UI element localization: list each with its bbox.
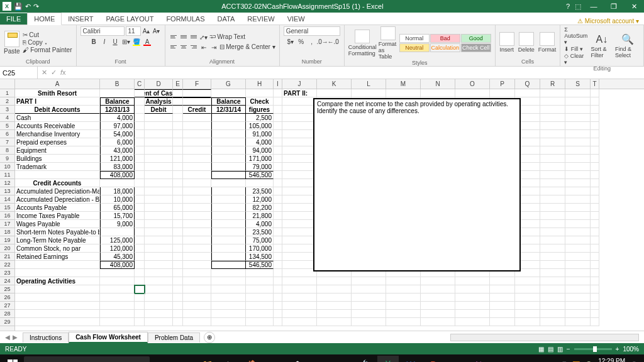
cell[interactable] [183, 293, 211, 302]
cell[interactable]: Credit [183, 106, 211, 114]
cell[interactable] [145, 228, 173, 236]
cell[interactable] [100, 228, 135, 236]
cell[interactable] [540, 318, 565, 326]
align-right-icon[interactable] [189, 43, 198, 51]
cell[interactable] [352, 89, 386, 97]
cell[interactable]: Buildings [15, 155, 100, 163]
col-header-H[interactable]: H [246, 79, 274, 89]
cell[interactable] [246, 285, 274, 293]
cell[interactable] [455, 277, 490, 285]
cell[interactable]: Credit Accounts [15, 179, 100, 187]
zoom-out-button[interactable]: − [567, 346, 570, 353]
cancel-formula-icon[interactable]: ✕ [42, 69, 47, 77]
cell[interactable] [274, 236, 282, 244]
style-check-cell[interactable]: Check Cell [461, 43, 491, 52]
cell[interactable] [282, 269, 317, 277]
cell[interactable] [183, 187, 211, 195]
cell[interactable] [145, 114, 173, 122]
cell[interactable]: 4,000 [246, 220, 274, 228]
number-format-select[interactable]: General [284, 26, 340, 36]
cell[interactable] [540, 244, 565, 253]
cell[interactable] [565, 195, 591, 204]
cell[interactable]: 18,000 [100, 187, 135, 195]
cell[interactable]: Statement of Cash Flows [145, 89, 173, 97]
format-painter-button[interactable]: 🖌 Format Painter [23, 47, 72, 53]
cell[interactable] [135, 244, 145, 253]
cell[interactable] [183, 130, 211, 138]
file-explorer-icon[interactable]: 📁 [196, 356, 218, 362]
col-header-A[interactable]: A [15, 79, 100, 89]
cell[interactable] [591, 302, 599, 310]
qat-save-icon[interactable]: 💾 [14, 3, 23, 11]
cell[interactable] [490, 89, 515, 97]
cell[interactable] [490, 285, 515, 293]
cell[interactable]: Smith Resort [15, 89, 100, 97]
cell[interactable] [274, 261, 282, 269]
cell[interactable]: Accounts Receivable [15, 122, 100, 130]
cell[interactable] [173, 195, 183, 204]
view-page-break-icon[interactable]: ▥ [557, 346, 563, 353]
cell[interactable] [274, 277, 282, 285]
cell[interactable] [565, 236, 591, 244]
col-header-Q[interactable]: Q [515, 79, 540, 89]
cell[interactable] [145, 138, 173, 146]
cell[interactable]: Operating Activities [15, 277, 100, 285]
cell[interactable] [211, 253, 246, 261]
cell[interactable] [565, 244, 591, 253]
cell[interactable] [282, 277, 317, 285]
increase-decimal-icon[interactable]: .0→ [318, 37, 327, 46]
merge-center-button[interactable]: ⊟ Merge & Center ▾ [219, 43, 275, 52]
cell[interactable] [211, 212, 246, 220]
cell[interactable] [515, 310, 540, 318]
cell[interactable] [282, 236, 317, 244]
cell[interactable] [135, 204, 145, 212]
sheet-nav-next-icon[interactable]: ▶ [13, 334, 18, 341]
tab-review[interactable]: REVIEW [241, 13, 280, 25]
cell[interactable] [421, 277, 455, 285]
style-normal[interactable]: Normal [399, 34, 430, 43]
cell[interactable] [183, 277, 211, 285]
cell[interactable] [591, 293, 599, 302]
cell[interactable] [282, 122, 317, 130]
select-all-corner[interactable] [0, 79, 15, 89]
decrease-indent-icon[interactable]: ⇤ [199, 43, 208, 52]
cell[interactable] [100, 293, 135, 302]
cell[interactable] [282, 187, 317, 195]
cell[interactable] [565, 106, 591, 114]
cell[interactable]: 12/31/14 [211, 106, 246, 114]
cell[interactable]: Accounts Payable [15, 204, 100, 212]
row-header-13[interactable]: 13 [0, 187, 14, 195]
cell[interactable]: 65,000 [100, 204, 135, 212]
cell[interactable] [565, 130, 591, 138]
cell[interactable] [591, 187, 599, 195]
cell[interactable]: Balance [211, 97, 246, 106]
cell[interactable] [591, 171, 599, 179]
row-header-11[interactable]: 11 [0, 171, 14, 179]
col-header-L[interactable]: L [352, 79, 386, 89]
cell[interactable]: Long-Term Note Payable [15, 236, 100, 244]
leaf-icon[interactable]: 🍃 [355, 356, 376, 362]
cell[interactable] [183, 195, 211, 204]
cell[interactable] [135, 171, 145, 179]
cell[interactable] [317, 310, 352, 318]
cell[interactable] [591, 146, 599, 155]
col-header-O[interactable]: O [455, 79, 490, 89]
cell[interactable] [386, 302, 421, 310]
taskbar-search[interactable]: ⌕Type here to search [24, 356, 150, 362]
cell[interactable] [145, 163, 173, 171]
cell[interactable] [145, 253, 173, 261]
cell[interactable]: Prepaid expenses [15, 138, 100, 146]
cell[interactable] [274, 106, 282, 114]
col-header-M[interactable]: M [386, 79, 421, 89]
cell[interactable] [540, 277, 565, 285]
cell[interactable] [145, 204, 173, 212]
home-icon[interactable]: 🏠 [242, 356, 263, 362]
col-header-F[interactable]: F [183, 79, 211, 89]
cell[interactable] [246, 277, 274, 285]
cell[interactable]: 171,000 [246, 155, 274, 163]
italic-button[interactable]: I [100, 37, 109, 46]
onenote-icon[interactable]: N [468, 356, 489, 362]
cell[interactable] [282, 285, 317, 293]
start-button[interactable] [3, 356, 23, 362]
cell[interactable] [591, 244, 599, 253]
